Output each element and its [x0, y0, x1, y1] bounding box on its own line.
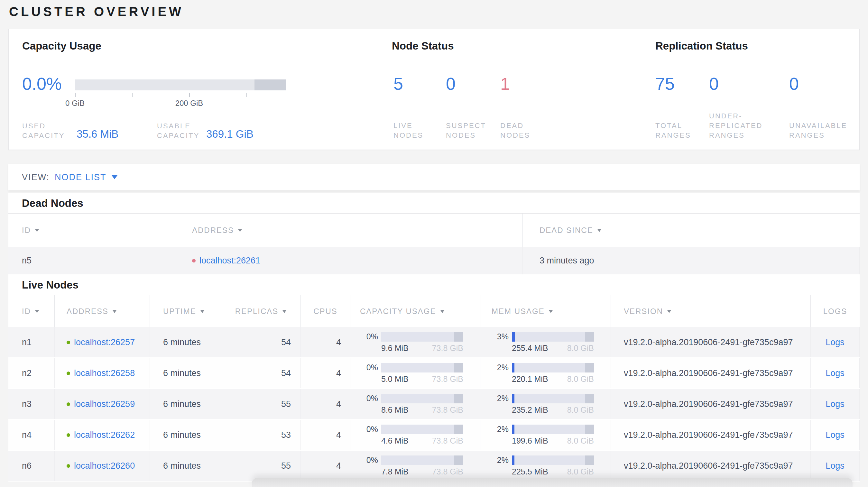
node-mem-usage: 2% 199.6 MiB8.0 GiB	[481, 420, 611, 450]
node-id: n2	[8, 358, 55, 388]
node-replicas: 55	[221, 389, 301, 419]
axis-tick	[189, 93, 190, 97]
logs-cell: Logs	[811, 451, 860, 481]
memory-bar	[512, 363, 594, 372]
live-node-row: n3 localhost:26259 6 minutes 55 4 0% 8.6…	[8, 389, 860, 420]
node-version: v19.2.0-alpha.20190606-2491-gfe735c9a97	[611, 420, 811, 450]
live-col-mem-usage[interactable]: MEM USAGE	[481, 295, 611, 327]
node-address-cell: localhost:26258	[55, 358, 150, 388]
node-address-link[interactable]: localhost:26257	[74, 337, 135, 347]
node-id: n6	[8, 451, 55, 481]
dead-nodes-label: DEAD NODES	[500, 121, 530, 140]
memory-bar	[512, 455, 594, 465]
node-status-heading: Node Status	[392, 39, 454, 53]
node-address-link[interactable]: localhost:26262	[74, 430, 135, 440]
chevron-down-icon[interactable]	[112, 175, 117, 179]
capacity-bar	[381, 332, 463, 342]
under-replicated-ranges-count: 0	[709, 74, 719, 94]
logs-link[interactable]: Logs	[826, 461, 844, 471]
live-status-dot-icon	[67, 402, 70, 406]
cluster-summary-card: Capacity Usage 0.0% 0 GiB 200 GiB USED C…	[8, 29, 860, 150]
sort-arrow-icon	[282, 310, 287, 313]
memory-bar	[512, 332, 594, 342]
sort-arrow-icon	[200, 310, 205, 313]
live-node-row: n2 localhost:26258 6 minutes 54 4 0% 5.0…	[8, 358, 860, 389]
dead-col-address[interactable]: ADDRESS	[180, 214, 523, 247]
live-col-logs: LOGS	[811, 295, 860, 327]
node-address-cell: localhost:26261	[180, 247, 523, 274]
node-address-link[interactable]: localhost:26259	[74, 399, 135, 409]
sort-arrow-icon	[667, 310, 672, 313]
node-capacity-usage: 0% 9.6 MiB73.8 GiB	[350, 327, 481, 357]
dead-col-dead-since[interactable]: DEAD SINCE	[523, 214, 860, 247]
node-address-cell: localhost:26262	[55, 420, 150, 450]
node-cpus: 4	[301, 451, 350, 481]
live-status-dot-icon	[67, 464, 70, 468]
live-node-row: n6 localhost:26260 6 minutes 55 4 0% 7.8…	[8, 451, 860, 482]
live-col-capacity-usage[interactable]: CAPACITY USAGE	[350, 295, 481, 327]
axis-tick-label: 0 GiB	[53, 99, 97, 108]
view-selector-dropdown[interactable]: NODE LIST	[55, 172, 106, 183]
unavailable-ranges-label: UNAVAILABLE RANGES	[789, 121, 847, 140]
live-col-id[interactable]: ID	[8, 295, 55, 327]
node-id: n1	[8, 327, 55, 357]
logs-cell: Logs	[811, 327, 860, 357]
node-address-cell: localhost:26259	[55, 389, 150, 419]
node-address-link[interactable]: localhost:26260	[74, 461, 135, 471]
logs-cell: Logs	[811, 420, 860, 450]
capacity-usage-bar	[75, 79, 286, 90]
page-title: CLUSTER OVERVIEW	[9, 3, 184, 21]
suspect-nodes-label: SUSPECT NODES	[446, 121, 486, 140]
logs-link[interactable]: Logs	[826, 337, 844, 347]
node-version: v19.2.0-alpha.20190606-2491-gfe735c9a97	[611, 389, 811, 419]
nodes-tables-section: Dead Nodes ID ADDRESS DEAD SINCE n5 loca…	[8, 193, 860, 482]
node-id: n5	[8, 247, 180, 274]
view-label: VIEW:	[22, 172, 50, 183]
usable-capacity-value: 369.1 GiB	[206, 128, 253, 140]
live-col-cpus: CPUS	[301, 295, 350, 327]
logs-link[interactable]: Logs	[826, 399, 844, 409]
node-version: v19.2.0-alpha.20190606-2491-gfe735c9a97	[611, 358, 811, 388]
usable-capacity-label: USABLE CAPACITY	[157, 121, 199, 140]
live-node-row: n1 localhost:26257 6 minutes 54 4 0% 9.6…	[8, 327, 860, 358]
sort-arrow-icon	[112, 310, 117, 313]
live-col-replicas[interactable]: REPLICAS	[221, 295, 301, 327]
node-mem-usage: 2% 235.2 MiB8.0 GiB	[481, 389, 611, 419]
capacity-bar	[381, 425, 463, 434]
logs-link[interactable]: Logs	[826, 430, 844, 440]
node-capacity-usage: 0% 4.6 MiB73.8 GiB	[350, 420, 481, 450]
dead-since-value: 3 minutes ago	[523, 247, 860, 274]
sort-arrow-icon	[35, 310, 39, 313]
live-status-dot-icon	[67, 433, 70, 437]
dead-col-id[interactable]: ID	[8, 214, 180, 247]
under-replicated-ranges-label: UNDER- REPLICATED RANGES	[709, 111, 763, 140]
logs-cell: Logs	[811, 389, 860, 419]
node-address-link[interactable]: localhost:26261	[199, 256, 260, 266]
sort-arrow-icon	[238, 229, 242, 232]
live-col-address[interactable]: ADDRESS	[55, 295, 150, 327]
live-col-version[interactable]: VERSION	[611, 295, 811, 327]
unavailable-ranges-count: 0	[789, 74, 799, 94]
node-address-cell: localhost:26260	[55, 451, 150, 481]
node-address-link[interactable]: localhost:26258	[74, 368, 135, 378]
live-nodes-count: 5	[394, 74, 403, 94]
total-ranges-count: 75	[655, 74, 675, 94]
used-capacity-label: USED CAPACITY	[22, 121, 65, 140]
axis-tick-label: 200 GiB	[167, 99, 212, 108]
logs-link[interactable]: Logs	[826, 368, 844, 378]
live-col-uptime[interactable]: UPTIME	[150, 295, 221, 327]
axis-tick	[132, 93, 132, 97]
bottom-scroll-shadow	[252, 478, 852, 487]
capacity-used-percent: 0.0%	[22, 74, 62, 94]
total-ranges-label: TOTAL RANGES	[655, 121, 691, 140]
node-id: n4	[8, 420, 55, 450]
node-uptime: 6 minutes	[150, 451, 221, 481]
view-bar: VIEW: NODE LIST	[8, 164, 860, 190]
live-nodes-heading: Live Nodes	[22, 278, 860, 292]
node-capacity-usage: 0% 7.8 MiB73.8 GiB	[350, 451, 481, 481]
live-node-row: n4 localhost:26262 6 minutes 53 4 0% 4.6…	[8, 420, 860, 451]
node-replicas: 55	[221, 451, 301, 481]
node-cpus: 4	[301, 327, 350, 357]
sort-arrow-icon	[597, 229, 601, 232]
used-capacity-value: 35.6 MiB	[76, 128, 118, 140]
